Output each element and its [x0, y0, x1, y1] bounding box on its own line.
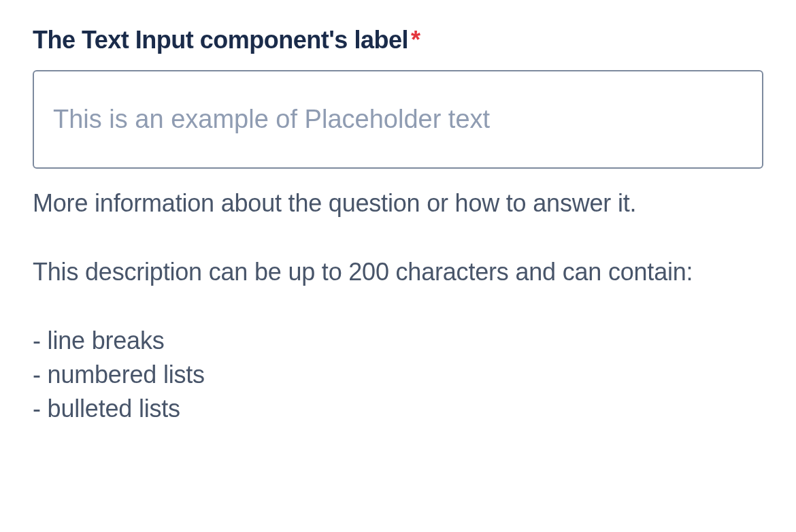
text-input-field: The Text Input component's label* More i… — [33, 24, 763, 427]
text-input[interactable] — [33, 70, 763, 169]
field-label: The Text Input component's label* — [33, 24, 763, 55]
field-label-text: The Text Input component's label — [33, 26, 408, 54]
field-description: More information about the question or h… — [33, 186, 763, 427]
required-indicator: * — [411, 26, 420, 54]
